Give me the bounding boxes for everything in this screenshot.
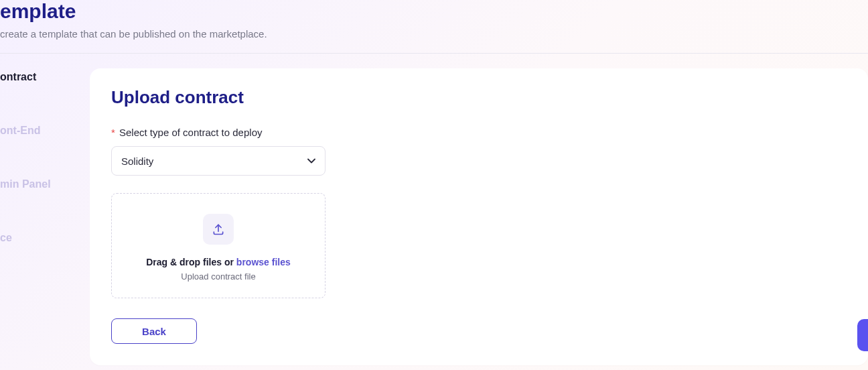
page-title: emplate <box>0 0 868 23</box>
file-dropzone[interactable]: Drag & drop files or browse files Upload… <box>111 193 326 298</box>
chevron-down-icon <box>307 157 315 165</box>
step-frontend[interactable]: ont-End <box>0 125 90 137</box>
page-header: emplate create a template that can be pu… <box>0 0 868 54</box>
browse-files-link[interactable]: browse files <box>236 257 291 267</box>
dropzone-hint: Upload contract file <box>120 271 317 282</box>
step-contract[interactable]: ontract <box>0 71 90 83</box>
field-label-text: Select type of contract to deploy <box>119 127 262 138</box>
content-wrap: ontract ont-End min Panel ce Upload cont… <box>0 54 868 365</box>
stepper-sidebar: ontract ont-End min Panel ce <box>0 68 90 365</box>
dropzone-instruction: Drag & drop files or browse files <box>120 257 317 267</box>
main-card: Upload contract * Select type of contrac… <box>90 68 868 365</box>
contract-type-select[interactable]: Solidity <box>111 146 326 176</box>
back-button[interactable]: Back <box>111 318 197 344</box>
dropzone-prefix: Drag & drop files or <box>146 257 236 267</box>
select-value: Solidity <box>121 156 153 167</box>
contract-type-label: * Select type of contract to deploy <box>111 127 847 138</box>
page-subtitle: create a template that can be published … <box>0 28 868 40</box>
required-indicator: * <box>111 127 115 138</box>
upload-icon <box>203 214 234 245</box>
floating-action-button[interactable] <box>857 319 868 351</box>
card-title: Upload contract <box>111 87 847 108</box>
step-admin-panel[interactable]: min Panel <box>0 178 90 190</box>
step-item[interactable]: ce <box>0 232 90 244</box>
